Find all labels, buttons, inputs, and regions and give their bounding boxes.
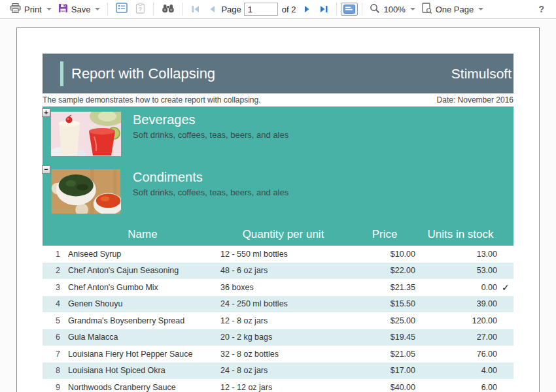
product-units: 27.00 xyxy=(421,333,500,342)
column-header-units: Units in stock xyxy=(421,228,500,241)
row-number: 5 xyxy=(43,316,67,325)
product-quantity: 24 - 8 oz jars xyxy=(218,366,349,375)
beverages-photo xyxy=(51,112,121,156)
next-page-icon xyxy=(304,5,311,13)
report-header-band: Report with Collapsing Stimulsoft xyxy=(43,54,513,93)
table-body: 1 Aniseed Syrup 12 - 550 ml bottles $10.… xyxy=(43,246,513,392)
toolbar-separator xyxy=(153,3,154,16)
chevron-down-icon xyxy=(478,8,483,10)
first-page-icon xyxy=(191,5,200,13)
product-quantity: 12 - 12 oz jars xyxy=(218,383,349,392)
product-quantity: 12 - 550 ml bottles xyxy=(218,250,349,259)
full-screen-button[interactable] xyxy=(341,3,358,16)
row-number: 6 xyxy=(43,333,67,342)
table-row: 3 Chef Anton's Gumbo Mix 36 boxes $21.35… xyxy=(43,279,513,296)
product-name: Aniseed Syrup xyxy=(67,250,218,259)
page-number-input[interactable] xyxy=(244,3,278,16)
product-price: $15.50 xyxy=(349,299,421,308)
product-price: $19.45 xyxy=(349,333,421,342)
report-viewer-area: Report with Collapsing Stimulsoft The sa… xyxy=(0,20,556,392)
table-row: 1 Aniseed Syrup 12 - 550 ml bottles $10.… xyxy=(43,246,513,263)
column-header-quantity: Quantity per unit xyxy=(218,228,349,241)
row-number: 3 xyxy=(43,283,67,292)
product-price: $25.00 xyxy=(349,316,421,325)
product-name: Louisiana Fiery Hot Pepper Sauce xyxy=(67,350,218,359)
chevron-down-icon xyxy=(95,8,100,10)
toolbar-separator xyxy=(336,3,337,16)
product-price: $17.00 xyxy=(349,366,421,375)
table-header-row: Name Quantity per unit Price Units in st… xyxy=(43,223,513,246)
page-label: Page xyxy=(221,5,241,14)
help-button[interactable]: ? xyxy=(533,3,549,16)
product-name: Chef Anton's Cajun Seasoning xyxy=(67,266,218,275)
product-quantity: 36 boxes xyxy=(218,283,349,292)
report-page: Report with Collapsing Stimulsoft The sa… xyxy=(16,27,540,392)
magnifier-icon xyxy=(370,3,380,16)
product-quantity: 24 - 250 ml bottles xyxy=(218,299,349,308)
row-number: 1 xyxy=(43,250,67,259)
product-name: Genen Shouyu xyxy=(67,299,218,308)
product-units: 120.00 xyxy=(421,316,500,325)
zoom-button[interactable]: 100% xyxy=(366,1,418,18)
first-page-button[interactable] xyxy=(187,3,204,15)
table-row: 5 Grandma's Boysenberry Spread 12 - 8 oz… xyxy=(43,312,513,329)
view-mode-button[interactable]: One Page xyxy=(419,1,487,18)
category-name: Beverages xyxy=(133,112,288,127)
product-name: Chef Anton's Gumbo Mix xyxy=(67,283,218,292)
bookmarks-button[interactable] xyxy=(112,1,131,18)
chevron-down-icon xyxy=(410,8,415,10)
category-text: Beverages Soft drinks, coffees, teas, be… xyxy=(133,112,288,140)
table-row: 6 Gula Malacca 20 - 2 kg bags $19.45 27.… xyxy=(43,329,513,346)
row-number: 9 xyxy=(43,383,67,392)
binoculars-icon xyxy=(162,3,175,16)
print-label: Print xyxy=(24,5,42,14)
svg-text:?: ? xyxy=(139,5,143,12)
table-row: 4 Genen Shouyu 24 - 250 ml bottles $15.5… xyxy=(43,296,513,313)
category-text: Condiments Soft drinks, coffees, teas, b… xyxy=(133,170,288,197)
find-button[interactable] xyxy=(158,1,179,18)
next-page-button[interactable] xyxy=(300,3,315,15)
column-header-name: Name xyxy=(67,228,218,241)
product-units: 4.00 xyxy=(421,366,500,375)
page-preview-icon xyxy=(422,3,432,16)
check-mark-icon: ✓ xyxy=(500,282,513,293)
last-page-icon xyxy=(319,5,328,13)
product-name: Gula Malacca xyxy=(67,333,218,342)
brand-label: Stimulsoft xyxy=(451,66,512,82)
parameters-button[interactable]: ? xyxy=(131,1,149,18)
product-name: Louisiana Hot Spiced Okra xyxy=(67,366,218,375)
product-quantity: 12 - 8 oz jars xyxy=(218,316,349,325)
product-price: $22.00 xyxy=(349,266,421,275)
bookmarks-icon xyxy=(116,3,128,16)
expand-toggle-icon[interactable]: + xyxy=(42,108,50,117)
parameters-clipboard-icon: ? xyxy=(135,3,145,16)
category-name: Condiments xyxy=(133,170,288,185)
prev-page-icon xyxy=(208,5,216,13)
toolbar-separator xyxy=(107,3,108,16)
report-title: Report with Collapsing xyxy=(71,65,451,82)
full-screen-icon xyxy=(343,5,355,14)
collapse-toggle-icon[interactable]: − xyxy=(42,165,50,174)
product-units: 0.00 xyxy=(421,283,500,292)
report-subline: The sample demonstrates how to create re… xyxy=(43,93,513,106)
product-units: 6.00 xyxy=(421,383,500,392)
last-page-button[interactable] xyxy=(315,3,332,15)
report-content: Report with Collapsing Stimulsoft The sa… xyxy=(43,54,513,392)
chevron-down-icon xyxy=(46,8,52,10)
print-button[interactable]: Print xyxy=(7,1,55,17)
category-section: + xyxy=(43,106,513,246)
page-total-label: of 2 xyxy=(282,5,296,14)
printer-icon xyxy=(10,3,21,15)
viewer-toolbar: Print Save xyxy=(0,0,556,19)
product-price: $40.00 xyxy=(349,383,421,392)
prev-page-button[interactable] xyxy=(204,3,220,15)
report-date: Date: November 2016 xyxy=(437,95,513,105)
view-mode-label: One Page xyxy=(436,5,474,14)
table-row: 8 Louisiana Hot Spiced Okra 24 - 8 oz ja… xyxy=(43,363,513,380)
category-description: Soft drinks, coffees, teas, beers, and a… xyxy=(133,130,288,140)
table-row: 2 Chef Anton's Cajun Seasoning 48 - 6 oz… xyxy=(43,263,513,280)
product-quantity: 20 - 2 kg bags xyxy=(218,333,349,342)
product-price: $21.05 xyxy=(349,350,421,359)
save-button[interactable]: Save xyxy=(55,1,104,17)
save-floppy-icon xyxy=(58,3,68,15)
